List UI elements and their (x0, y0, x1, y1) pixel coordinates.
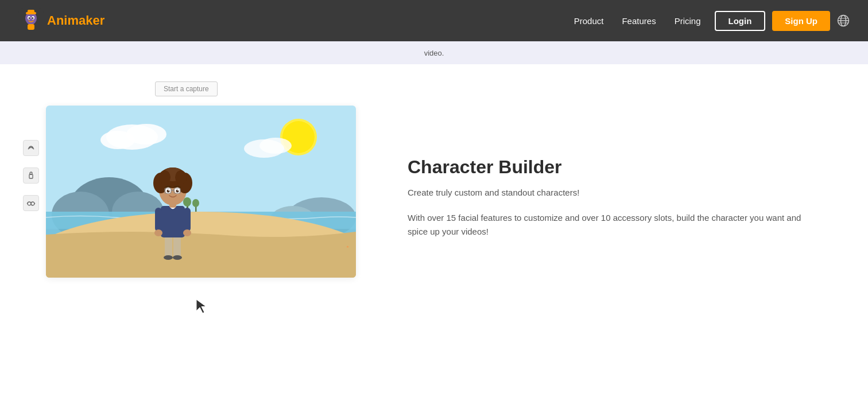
capture-button[interactable]: Start a capture (155, 81, 218, 96)
svg-point-46 (173, 255, 182, 260)
svg-rect-44 (173, 235, 181, 258)
beach-scene (46, 106, 356, 278)
body-icon (26, 171, 36, 180)
cursor-icon (195, 298, 209, 318)
feature-text: Character Builder Create truly custom an… (408, 145, 822, 239)
svg-rect-14 (29, 174, 33, 178)
nav-features[interactable]: Features (622, 16, 656, 26)
svg-rect-49 (184, 208, 191, 232)
svg-rect-47 (161, 206, 185, 237)
svg-rect-48 (155, 208, 162, 232)
language-button[interactable] (837, 14, 850, 27)
svg-point-5 (32, 17, 34, 19)
svg-point-15 (30, 172, 32, 174)
content-row: Character Builder Create truly custom an… (0, 106, 868, 278)
svg-point-17 (31, 202, 34, 205)
globe-icon (837, 14, 850, 27)
main-content: Start a capture (0, 64, 868, 413)
svg-rect-8 (28, 24, 34, 30)
svg-point-68 (177, 190, 179, 191)
side-icon-accessory[interactable] (23, 195, 39, 211)
svg-point-51 (183, 229, 191, 236)
svg-line-20 (34, 203, 35, 204)
svg-point-45 (164, 255, 173, 260)
logo-text: Animaker (47, 13, 104, 28)
side-toolbar (23, 140, 39, 211)
svg-rect-7 (28, 10, 34, 13)
svg-rect-43 (165, 235, 172, 258)
svg-point-33 (183, 197, 191, 206)
nav-product[interactable]: Product (574, 16, 604, 26)
svg-point-59 (175, 170, 187, 184)
svg-point-42 (259, 138, 292, 154)
side-icon-body[interactable] (23, 167, 39, 184)
capture-button-wrapper: Start a capture (155, 81, 218, 96)
illustration-card (46, 106, 356, 278)
feature-body: With over 15 facial features to customiz… (408, 211, 822, 239)
svg-point-40 (100, 131, 135, 149)
login-button[interactable]: Login (715, 11, 766, 31)
logo-link[interactable]: Animaker (18, 8, 104, 33)
signup-button[interactable]: Sign Up (772, 11, 830, 31)
svg-point-16 (28, 202, 31, 205)
svg-point-67 (168, 190, 169, 191)
nav-pricing[interactable]: Pricing (675, 16, 701, 26)
feature-title: Character Builder (408, 156, 822, 178)
hair-icon (26, 143, 36, 153)
svg-point-50 (154, 229, 162, 236)
svg-line-19 (27, 203, 28, 204)
hero-strip-text: video. (424, 49, 444, 57)
svg-point-58 (159, 170, 170, 184)
svg-point-4 (29, 17, 30, 19)
illustration-wrap (46, 106, 362, 278)
side-icon-hair[interactable] (23, 140, 39, 156)
feature-subtitle: Create truly custom and standout charact… (408, 186, 822, 200)
navbar: Animaker Product Features Pricing Login … (0, 0, 868, 41)
glasses-icon (26, 198, 36, 208)
navbar-links: Product Features Pricing (574, 16, 701, 26)
svg-point-35 (192, 199, 199, 207)
logo-icon (18, 8, 44, 33)
hero-strip: video. (0, 41, 868, 64)
